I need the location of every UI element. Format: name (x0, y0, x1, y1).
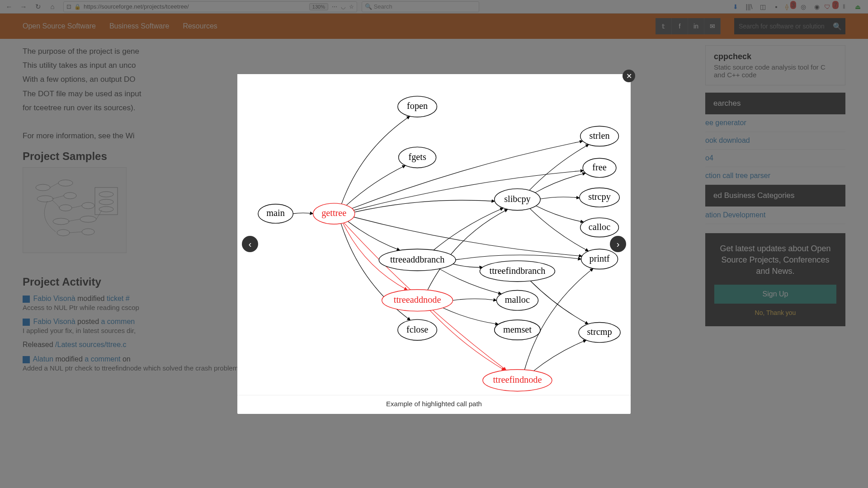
lightbox-overlay[interactable]: ✕ ‹ › maingettreefopenfgetsttreeaddbranc… (0, 0, 868, 488)
svg-text:main: main (266, 208, 285, 218)
svg-text:fopen: fopen (407, 101, 428, 111)
sample-image: maingettreefopenfgetsttreeaddbranchttree… (237, 74, 631, 395)
svg-text:slibcpy: slibcpy (504, 194, 531, 204)
lightbox: ✕ ‹ › maingettreefopenfgetsttreeaddbranc… (237, 74, 631, 414)
svg-text:fclose: fclose (406, 324, 428, 334)
svg-text:printf: printf (590, 253, 610, 264)
svg-text:free: free (592, 162, 607, 172)
svg-text:ttreeaddnode: ttreeaddnode (394, 295, 441, 305)
svg-text:strlen: strlen (590, 131, 610, 141)
svg-text:gettree: gettree (321, 208, 346, 218)
prev-button[interactable]: ‹ (242, 236, 258, 252)
svg-text:ttreefindbranch: ttreefindbranch (490, 266, 546, 276)
close-button[interactable]: ✕ (623, 70, 635, 82)
svg-text:malloc: malloc (505, 295, 530, 305)
next-button[interactable]: › (610, 236, 626, 252)
lightbox-caption: Example of highlighted call path (237, 395, 631, 408)
svg-text:ttreefindnode: ttreefindnode (493, 375, 542, 385)
svg-text:fgets: fgets (408, 152, 426, 162)
svg-text:calloc: calloc (589, 222, 610, 232)
svg-text:ttreeaddbranch: ttreeaddbranch (390, 254, 444, 264)
svg-text:strcmp: strcmp (587, 327, 612, 337)
svg-text:memset: memset (503, 324, 532, 334)
svg-text:strcpy: strcpy (588, 192, 611, 202)
